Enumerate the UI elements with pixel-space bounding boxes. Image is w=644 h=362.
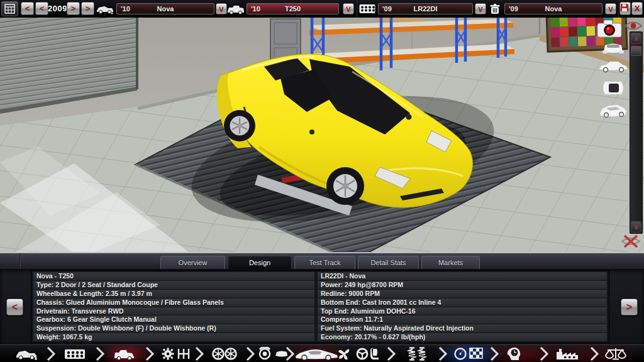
scroll-up-button[interactable]: ∧: [631, 33, 641, 44]
spec-power: Power: 249 hp@8700 RPM: [318, 281, 607, 289]
engine-family-name: LR22DI: [379, 5, 472, 13]
tab-markets[interactable]: Markets: [421, 256, 480, 269]
panel-tab-bar: Overview Design Test Track Detail Stats …: [0, 252, 644, 269]
spec-chassis: Chassis: Glued Aluminium Monocoque / Fib…: [33, 299, 314, 307]
engine-step-icon[interactable]: [64, 347, 86, 361]
car-perspective-view-icon: [597, 101, 629, 119]
cooling-fan-icon[interactable]: [337, 347, 351, 361]
spec-economy: Economy: 20.17% - 0.627 lb/(hph): [318, 333, 607, 341]
tab-design[interactable]: Design: [228, 256, 292, 269]
engine-variant-name: Nova: [505, 5, 602, 13]
engine-variant-dropdown[interactable]: '09 Nova: [504, 3, 602, 14]
save-button[interactable]: [619, 2, 631, 15]
tab-detail-stats[interactable]: Detail Stats: [358, 256, 419, 269]
spec-top-end: Top End: Aluminium DOHC-16: [318, 307, 607, 315]
visibility-button[interactable]: [624, 20, 643, 31]
spec-engine-title: LR22DI - Nova: [318, 272, 607, 280]
car-trim-name: T250: [247, 5, 338, 13]
chevron-separator-icon: [194, 347, 205, 361]
tabbar-seam: [19, 253, 21, 270]
body-aero-car-icon[interactable]: [294, 347, 340, 361]
photo-mode-button[interactable]: [596, 19, 623, 39]
top-toolbar: < < 2009 > > '10 Nova V '10: [0, 0, 644, 18]
suspension-icon[interactable]: [406, 347, 428, 361]
car-model-name: Nova: [117, 5, 214, 13]
tab-test-track[interactable]: Test Track: [294, 256, 355, 269]
spec-gearbox: Gearbox: 6 Gear Single Clutch Manual: [33, 315, 314, 324]
factory-icon[interactable]: [555, 347, 580, 361]
spec-suspension: Suspension: Double Wishbone (F) / Double…: [33, 324, 314, 332]
close-button[interactable]: X: [631, 2, 643, 15]
car-mirror-left: [309, 129, 314, 134]
chevron-separator-icon: [589, 347, 600, 361]
chevron-separator-icon: [245, 347, 256, 361]
spec-compression: Compression 11.7:1: [318, 315, 607, 324]
chevron-separator-icon: [144, 347, 155, 361]
demographics-icon[interactable]: [506, 347, 525, 361]
spec-redline: Redline: 9000 RPM: [318, 290, 607, 298]
car-trim-dropdown-arrow[interactable]: V: [343, 3, 354, 14]
spec-weight: Weight: 1067.5 kg: [33, 333, 314, 341]
view-side-button[interactable]: [597, 58, 629, 75]
car-model-dropdown-arrow[interactable]: V: [216, 3, 227, 14]
year-forward-fast-button[interactable]: >: [81, 2, 94, 15]
spec-content: Nova - T250 Type: 2 Door / 2 Seat / Stan…: [31, 270, 609, 343]
year-back-button[interactable]: <: [35, 2, 48, 15]
garage-3d-viewport[interactable]: ∧ ∨: [0, 18, 644, 252]
chevron-separator-icon: [437, 347, 448, 361]
year-forward-button[interactable]: >: [67, 2, 80, 15]
chevron-separator-icon: [489, 347, 500, 361]
engine-family-icon: [359, 4, 375, 14]
save-floppy-icon: [620, 3, 629, 12]
delete-engine-trash-icon[interactable]: [489, 3, 501, 15]
spec-next-button[interactable]: >: [621, 299, 638, 315]
chevron-separator-icon: [45, 347, 57, 361]
spec-fuel-system: Fuel System: Naturally Aspirated Direct …: [318, 324, 607, 332]
engine-family-dropdown[interactable]: '09 LR22DI: [378, 3, 473, 14]
test-track-icon[interactable]: [453, 347, 485, 361]
garage-scene: [0, 18, 644, 252]
chevron-separator-icon: [386, 347, 397, 361]
car-front-wheel: [326, 167, 364, 205]
car-side-view-icon: [597, 58, 629, 75]
viewport-scrollbar[interactable]: ∧ ∨: [630, 31, 643, 234]
calendar-icon: [2, 2, 18, 16]
scroll-down-button[interactable]: ∨: [631, 221, 641, 233]
spec-type: Type: 2 Door / 2 Seat / Standard Coupe: [33, 281, 314, 289]
car-mirror: [406, 114, 412, 120]
wheels-tyres-icon[interactable]: [211, 347, 238, 361]
spec-bottom-end: Bottom End: Cast Iron 2001 cc Inline 4: [318, 299, 607, 307]
spec-car-title: Nova - T250: [33, 272, 314, 280]
game-window: < < 2009 > > '10 Nova V '10: [0, 0, 644, 362]
calendar-button[interactable]: [1, 1, 18, 16]
car-project-icon[interactable]: [15, 347, 39, 361]
hide-ui-button[interactable]: [620, 233, 641, 250]
design-spec-panel: < > Nova - T250 Type: 2 Door / 2 Seat / …: [0, 269, 644, 344]
engine-variant-dropdown-arrow[interactable]: V: [605, 3, 616, 14]
car-spec-column: Nova - T250 Type: 2 Door / 2 Seat / Stan…: [33, 272, 314, 341]
car-trim-dropdown[interactable]: '10 T250: [247, 3, 339, 14]
camera-icon: [596, 19, 623, 39]
markets-balance-icon[interactable]: [605, 347, 626, 361]
car-top-view-icon: [599, 78, 628, 98]
spec-prev-button[interactable]: <: [6, 299, 23, 315]
design-step-toolbar: [0, 344, 644, 362]
spec-drivetrain: Drivetrain: Transverse RWD: [33, 307, 314, 315]
toolbar-separator: [356, 0, 357, 18]
engine-family-dropdown-arrow[interactable]: V: [475, 3, 486, 14]
scrollbar-thumb[interactable]: [631, 46, 641, 56]
view-perspective-button[interactable]: [597, 101, 629, 119]
engine-spec-column: LR22DI - Nova Power: 249 hp@8700 RPM Red…: [318, 272, 607, 341]
car-front-view-icon: [599, 39, 628, 57]
year-back-fast-button[interactable]: <: [21, 2, 34, 15]
current-year: 2009: [48, 4, 65, 13]
view-top-button[interactable]: [599, 78, 628, 98]
view-front-button[interactable]: [599, 39, 628, 57]
drivetrain-gearbox-icon[interactable]: [162, 347, 191, 361]
tab-overview[interactable]: Overview: [160, 256, 225, 269]
interior-icon[interactable]: [356, 347, 384, 361]
car-trim-icon: [226, 3, 245, 15]
transport-truck-icon[interactable]: [113, 347, 136, 361]
eye-crossed-icon: [620, 233, 641, 250]
car-model-dropdown[interactable]: '10 Nova: [116, 3, 214, 14]
